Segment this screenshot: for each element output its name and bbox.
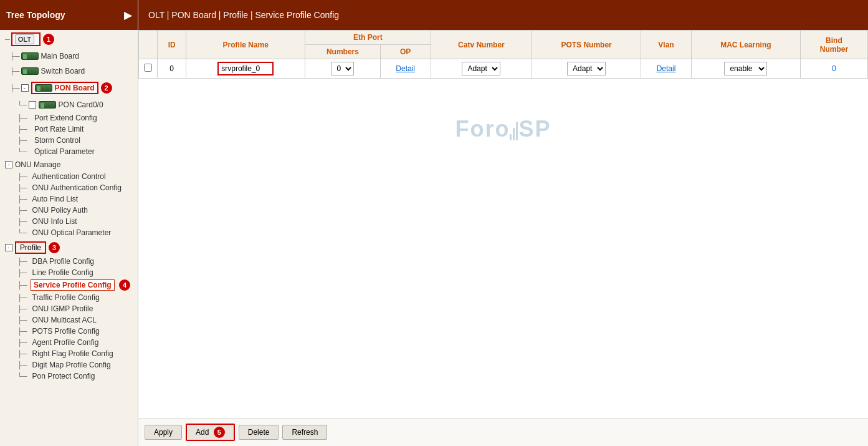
- row-checkbox-cell[interactable]: [139, 59, 158, 79]
- row-pots-cell[interactable]: Adapt 0 1 2: [532, 59, 641, 79]
- profile-items: ├─DBA Profile Config ├─Line Profile Conf…: [0, 256, 138, 382]
- collapse-arrow-icon[interactable]: ▶: [124, 9, 131, 21]
- pots-select[interactable]: Adapt 0 1 2: [567, 62, 606, 75]
- pon-protect-item[interactable]: └─Pon Protect Config: [17, 371, 138, 382]
- port-rate-limit-item[interactable]: ├─ Port Rate Limit: [0, 124, 138, 135]
- row-checkbox[interactable]: [144, 64, 152, 72]
- digit-map-item[interactable]: ├─Digit Map Profile Config: [17, 359, 138, 371]
- row-bind-number: 0: [800, 59, 867, 79]
- onu-manage-toggle[interactable]: -: [5, 161, 12, 168]
- switch-board-icon: [21, 67, 39, 75]
- mac-learning-select[interactable]: enable disable: [724, 62, 767, 75]
- pon-board-icon: [35, 84, 52, 92]
- service-profile-item[interactable]: ├─ Service Profile Config 4: [17, 278, 138, 292]
- port-extend-config-item[interactable]: ├─ Port Extend Config: [0, 112, 138, 124]
- add-button[interactable]: Add 5: [186, 424, 235, 441]
- table-row: 0 0 1 2 4: [139, 59, 868, 79]
- watermark-area: Foro SP: [138, 79, 868, 157]
- onu-info-list-item[interactable]: ├─ONU Info List: [17, 216, 138, 227]
- switch-board-label: Switch Board: [41, 67, 85, 75]
- main-board-icon: [21, 52, 39, 60]
- olt-node[interactable]: ─ OLT 1: [0, 30, 138, 49]
- pon-card-label: PON Card0/0: [59, 100, 103, 109]
- breadcrumb: OLT | PON Board | Profile | Service Prof…: [138, 0, 868, 30]
- pon-board-node[interactable]: ├─ - PON Board 2: [0, 79, 138, 97]
- badge-1: 1: [43, 34, 54, 45]
- watermark-text: Foro SP: [455, 116, 551, 144]
- th-checkbox: [139, 31, 158, 59]
- watermark-signal-icon: [508, 117, 520, 144]
- profile-toggle[interactable]: -: [5, 244, 12, 251]
- service-profile-label[interactable]: Service Profile Config: [31, 279, 115, 291]
- pon-card-toggle[interactable]: [29, 101, 36, 109]
- th-mac-learning: MAC Learning: [691, 31, 800, 59]
- svg-rect-2: [516, 122, 518, 140]
- pots-profile-item[interactable]: ├─POTS Profile Config: [17, 326, 138, 337]
- storm-control-label[interactable]: Storm Control: [31, 134, 84, 147]
- agent-profile-item[interactable]: ├─Agent Profile Config: [17, 337, 138, 348]
- onu-auth-config-item[interactable]: ├─ONU Authentication Config: [17, 182, 138, 193]
- row-id: 0: [158, 59, 186, 79]
- svg-rect-0: [510, 134, 512, 140]
- pon-card-node[interactable]: └─ PON Card0/0: [0, 97, 138, 112]
- olt-box[interactable]: OLT: [11, 32, 41, 46]
- right-flag-item[interactable]: ├─Right Flag Profile Config: [17, 348, 138, 359]
- storm-control-item[interactable]: ├─ Storm Control: [0, 135, 138, 146]
- auth-control-item[interactable]: ├─Authentication Control: [17, 171, 138, 182]
- th-profile-name: Profile Name: [186, 31, 305, 59]
- line-profile-item[interactable]: ├─Line Profile Config: [17, 267, 138, 278]
- traffic-profile-item[interactable]: ├─Traffic Profile Config: [17, 292, 138, 303]
- pon-board-label: PON Board: [55, 84, 95, 92]
- onu-policy-auth-item[interactable]: ├─ONU Policy Auth: [17, 205, 138, 216]
- refresh-button[interactable]: Refresh: [282, 425, 327, 440]
- badge-5: 5: [214, 427, 225, 438]
- eth-numbers-select[interactable]: 0 1 2 4: [331, 62, 354, 75]
- service-profile-table: ID Profile Name Eth Port Catv Number POT…: [138, 30, 868, 79]
- profile-section[interactable]: - Profile 3: [0, 240, 138, 256]
- row-mac-cell[interactable]: enable disable: [691, 59, 800, 79]
- row-vlan-cell[interactable]: Detail: [641, 59, 692, 79]
- onu-manage-items: ├─Authentication Control ├─ONU Authentic…: [0, 171, 138, 238]
- profile-label: Profile: [15, 241, 46, 254]
- onu-optical-param-item[interactable]: └─ONU Optical Parameter: [17, 227, 138, 238]
- th-bind-number: BindNumber: [800, 31, 867, 59]
- sidebar-title: Tree Topology: [6, 10, 65, 20]
- apply-button[interactable]: Apply: [145, 425, 182, 440]
- row-eth-op-cell[interactable]: Detail: [380, 59, 431, 79]
- optical-parameter-item[interactable]: └─ Optical Parameter: [0, 146, 138, 157]
- pon-board-toggle[interactable]: -: [21, 84, 29, 92]
- catv-select[interactable]: Adapt 0 1 2: [462, 62, 500, 75]
- row-catv-cell[interactable]: Adapt 0 1 2: [431, 59, 532, 79]
- sidebar: Tree Topology ▶ ─ OLT 1 ├─ Main Board ├─: [0, 0, 138, 446]
- profile-name-input[interactable]: [217, 62, 274, 75]
- th-pots-number: POTS Number: [532, 31, 641, 59]
- th-vlan: Vlan: [641, 31, 692, 59]
- main-board-label: Main Board: [41, 52, 79, 61]
- main-board-node[interactable]: ├─ Main Board: [0, 49, 138, 64]
- content-area: OLT | PON Board | Profile | Service Prof…: [138, 0, 868, 446]
- badge-4: 4: [119, 279, 130, 291]
- th-eth-op: OP: [380, 45, 431, 59]
- onu-manage-label: ONU Manage: [15, 160, 60, 169]
- port-extend-config-label[interactable]: Port Extend Config: [31, 112, 101, 124]
- onu-igmp-profile-item[interactable]: ├─ONU IGMP Profile: [17, 303, 138, 314]
- row-eth-numbers-cell[interactable]: 0 1 2 4: [305, 59, 380, 79]
- onu-manage-section[interactable]: - ONU Manage: [0, 158, 138, 171]
- eth-detail-link[interactable]: Detail: [396, 64, 415, 73]
- pon-card-icon: [39, 101, 56, 109]
- svg-rect-1: [513, 128, 515, 140]
- th-catv-number: Catv Number: [431, 31, 532, 59]
- sidebar-header: Tree Topology ▶: [0, 0, 138, 30]
- optical-parameter-label[interactable]: Optical Parameter: [31, 145, 98, 158]
- badge-2: 2: [101, 82, 112, 94]
- vlan-detail-link[interactable]: Detail: [657, 64, 676, 73]
- onu-multicast-acl-item[interactable]: ├─ONU Multicast ACL: [17, 314, 138, 326]
- auto-find-list-item[interactable]: ├─Auto Find List: [17, 193, 138, 205]
- pon-board-box[interactable]: PON Board: [31, 82, 98, 94]
- dba-profile-item[interactable]: ├─DBA Profile Config: [17, 256, 138, 267]
- row-profile-name-cell[interactable]: [186, 59, 305, 79]
- th-eth-port: Eth Port: [305, 31, 431, 45]
- switch-board-node[interactable]: ├─ Switch Board: [0, 64, 138, 79]
- port-rate-limit-label[interactable]: Port Rate Limit: [31, 123, 87, 135]
- delete-button[interactable]: Delete: [239, 425, 279, 440]
